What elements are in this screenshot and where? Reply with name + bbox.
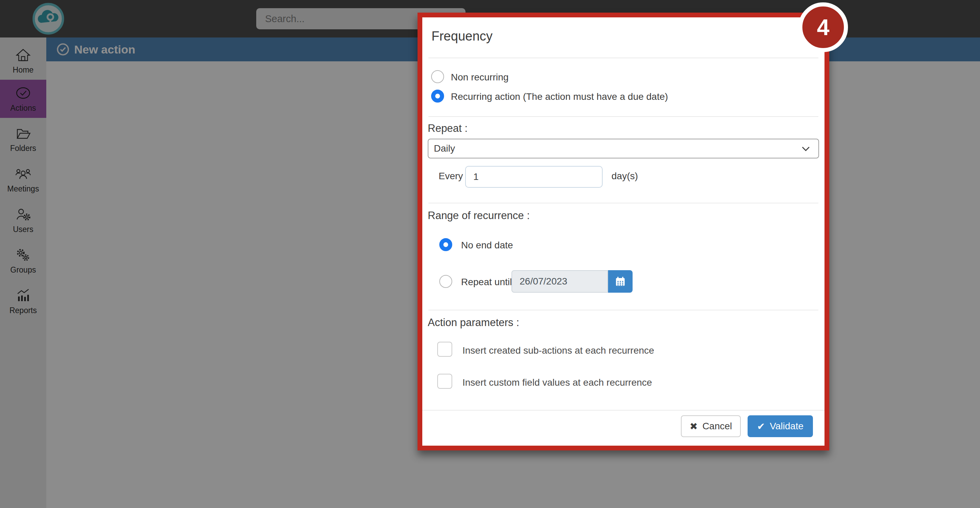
frequency-modal: Frequency Non recurring Recurring action… <box>417 13 829 450</box>
divider <box>428 116 818 117</box>
every-unit-label: day(s) <box>611 171 638 182</box>
cancel-button[interactable]: ✖ Cancel <box>681 415 741 437</box>
non-recurring-radio[interactable] <box>431 70 444 83</box>
app-root: Home Actions Folders Meetings <box>0 0 980 508</box>
every-label: Every <box>439 171 463 182</box>
non-recurring-label: Non recurring <box>451 72 509 83</box>
x-icon: ✖ <box>690 421 698 432</box>
params-heading: Action parameters : <box>428 316 519 329</box>
every-input[interactable] <box>465 166 603 188</box>
cancel-button-label: Cancel <box>702 421 732 432</box>
validate-button[interactable]: ✔ Validate <box>748 415 813 437</box>
step-badge: 4 <box>798 2 848 52</box>
subactions-checkbox[interactable] <box>437 342 452 357</box>
validate-button-label: Validate <box>770 421 803 432</box>
repeat-until-radio[interactable] <box>439 275 452 288</box>
repeat-select-value: Daily <box>428 143 800 154</box>
divider <box>428 310 818 310</box>
repeat-until-calendar-button[interactable] <box>608 270 633 293</box>
divider <box>428 203 818 203</box>
repeat-heading: Repeat : <box>428 122 468 134</box>
repeat-until-label: Repeat until <box>461 276 512 288</box>
divider <box>428 58 818 58</box>
customfields-checkbox[interactable] <box>437 374 452 389</box>
chevron-down-icon <box>800 143 818 154</box>
range-heading: Range of recurrence : <box>428 209 530 222</box>
recurring-radio[interactable] <box>431 89 444 102</box>
subactions-label: Insert created sub-actions at each recur… <box>463 345 654 356</box>
recurring-label: Recurring action (The action must have a… <box>451 91 668 102</box>
divider <box>422 410 824 411</box>
no-end-date-radio[interactable] <box>439 238 452 251</box>
calendar-icon <box>614 276 626 287</box>
no-end-date-label: No end date <box>461 240 513 251</box>
repeat-until-date-input[interactable] <box>511 270 608 293</box>
repeat-select[interactable]: Daily <box>428 139 819 158</box>
customfields-label: Insert custom field values at each recur… <box>463 377 652 388</box>
modal-title: Frequency <box>431 29 493 44</box>
check-icon: ✔ <box>757 421 765 432</box>
